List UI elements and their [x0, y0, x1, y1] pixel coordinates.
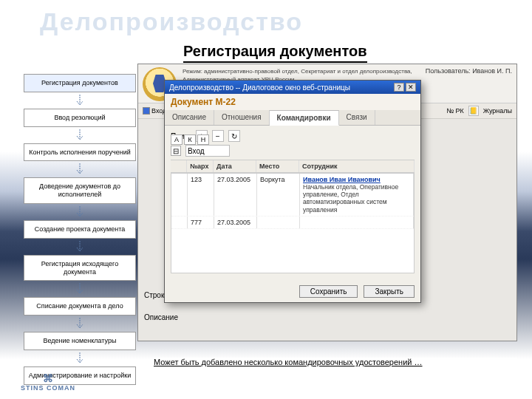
- save-button[interactable]: Сохранить: [299, 285, 358, 298]
- sidebar-item-nomenclature[interactable]: Ведение номенклатуры: [24, 332, 136, 350]
- tab-links[interactable]: Связи: [339, 110, 375, 125]
- help-icon[interactable]: ?: [394, 83, 404, 92]
- footnote: Может быть добавлено несколько командиро…: [154, 358, 517, 366]
- sidebar-item-control[interactable]: Контроль исполнения поручений: [24, 143, 136, 162]
- sidebar-item-register[interactable]: Регистрация документов: [24, 74, 136, 92]
- journals-icon[interactable]: 📒: [468, 106, 479, 116]
- grid-body: 123 27.03.2005 Воркута Иванов Иван Ивано…: [171, 173, 415, 273]
- refresh-icon[interactable]: ↻: [228, 130, 240, 142]
- tree-root-input[interactable]: [185, 145, 230, 157]
- dialog-tabs: Описание Отношения Командировки Связи: [165, 110, 420, 126]
- letter-a[interactable]: А: [171, 134, 183, 145]
- user-block: Пользователь: Иванов И. П.: [426, 67, 512, 75]
- remove-icon[interactable]: −: [212, 130, 224, 142]
- letter-k[interactable]: К: [184, 134, 196, 145]
- dialog-doc-title: Документ М-22: [165, 94, 420, 110]
- sidebar-item-archive[interactable]: Списание документа в дело: [24, 297, 136, 316]
- close-icon[interactable]: ✕: [406, 83, 416, 92]
- col-rk: № РК: [446, 107, 463, 115]
- letter-filters: А К Н: [171, 134, 209, 145]
- table-row[interactable]: 123 27.03.2005 Воркута Иванов Иван Ивано…: [171, 174, 414, 216]
- dialog-titlebar[interactable]: Делопроизводство -- Диалоговое окно веб-…: [165, 81, 420, 94]
- page-subtitle: Регистрация документов: [183, 43, 367, 63]
- sidebar-item-outgoing[interactable]: Регистрация исходящего документа: [24, 255, 136, 282]
- letter-n[interactable]: Н: [197, 134, 209, 145]
- tab-trips[interactable]: Командировки: [270, 110, 339, 126]
- close-button[interactable]: Закрыть: [364, 285, 415, 298]
- tab-desc[interactable]: Описание: [165, 110, 214, 125]
- dialog-window: Делопроизводство -- Диалоговое окно веб-…: [164, 80, 421, 303]
- sidebar-item-resolutions[interactable]: Ввод резолюций: [24, 109, 136, 127]
- footer-logo: ⌘STINS COMAN: [21, 372, 75, 392]
- sidebar: Регистрация документов Ввод резолюций Ко…: [24, 74, 136, 386]
- page-title: Делопроизводство: [40, 7, 303, 36]
- sidebar-item-create[interactable]: Создание проекта документа: [24, 220, 136, 239]
- table-row[interactable]: 777 27.03.2005: [171, 216, 414, 229]
- sidebar-item-deliver[interactable]: Доведение документов до исполнителей: [24, 177, 136, 204]
- tab-rel[interactable]: Отношения: [214, 110, 270, 125]
- grid-header: №арх Дата Место Сотрудник: [171, 160, 415, 173]
- col-journals: Журналы: [483, 107, 512, 115]
- tree-collapse-icon[interactable]: ⊟: [171, 146, 181, 156]
- desc-label: Описание: [144, 313, 178, 321]
